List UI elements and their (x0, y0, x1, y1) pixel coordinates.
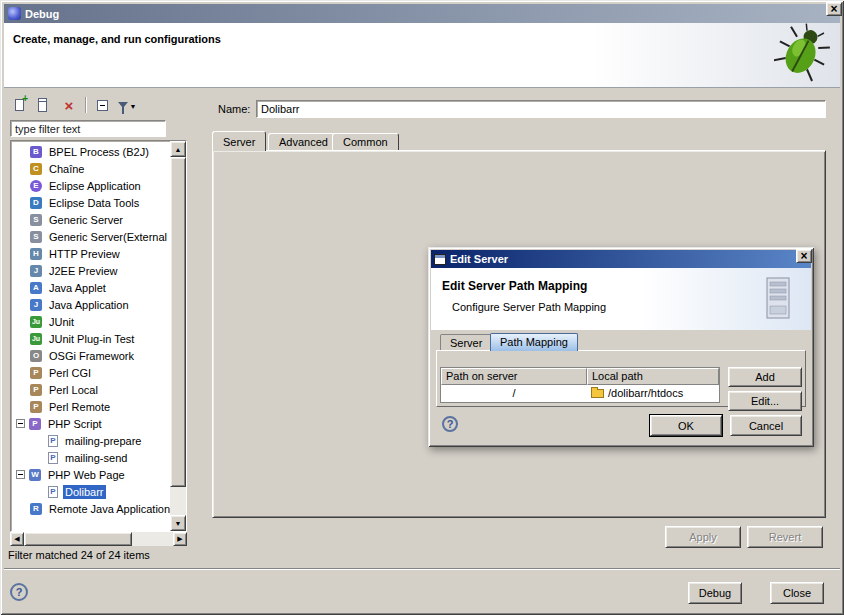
tree-item-label: BPEL Process (B2J) (47, 145, 151, 159)
tree-item-eclipse-application[interactable]: Eclipse Application (12, 177, 170, 194)
modal-close-icon[interactable] (796, 249, 812, 263)
tree-item-label: Chaîne (47, 162, 86, 176)
tree-item-cha-ne[interactable]: Chaîne (12, 160, 170, 177)
tree-item-perl-local[interactable]: Perl Local (12, 381, 170, 398)
new-configuration-icon[interactable] (10, 96, 28, 114)
generic-server-icon (30, 231, 42, 243)
tree-item-mailing-prepare[interactable]: mailing-prepare (12, 432, 170, 449)
tree-item-label: Perl Remote (47, 400, 112, 414)
tree-item-label: Remote Java Application (47, 502, 170, 516)
toolbar-separator (85, 97, 86, 113)
table-row[interactable]: //dolibarr/htdocs (441, 385, 719, 402)
tree-item-label: Java Application (47, 298, 131, 312)
tree-item-java-application[interactable]: Java Application (12, 296, 170, 313)
revert-button[interactable]: Revert (747, 526, 823, 548)
help-icon[interactable] (10, 583, 28, 601)
debug-button[interactable]: Debug (688, 582, 742, 604)
tab-server[interactable]: Server (212, 131, 266, 151)
tree-item-bpel-process-b2j[interactable]: BPEL Process (B2J) (12, 143, 170, 160)
scroll-up-icon[interactable] (170, 141, 186, 157)
eclipse-data-tools-icon (30, 197, 42, 209)
type-filter-input[interactable] (10, 120, 166, 137)
cancel-button[interactable]: Cancel (730, 415, 802, 436)
debug-app-icon (8, 7, 21, 20)
tree-item-label: Generic Server (47, 213, 125, 227)
tree-item-junit-plug-in-test[interactable]: JUnit Plug-in Test (12, 330, 170, 347)
delete-configuration-icon[interactable] (60, 96, 78, 114)
tree-item-mailing-send[interactable]: mailing-send (12, 449, 170, 466)
java-application-icon (30, 299, 42, 311)
tree-vertical-scrollbar[interactable] (170, 141, 186, 531)
tree-item-eclipse-data-tools[interactable]: Eclipse Data Tools (12, 194, 170, 211)
horizontal-scroll-thumb[interactable] (24, 532, 132, 546)
configuration-name-input[interactable] (256, 100, 826, 118)
launch-toolbar (10, 95, 136, 115)
local-path-text: /dolibarr/htdocs (608, 385, 683, 402)
tree-item-java-applet[interactable]: Java Applet (12, 279, 170, 296)
modal-tab-server[interactable]: Server (440, 334, 492, 351)
tree-item-label: Eclipse Data Tools (47, 196, 141, 210)
filter-menu-icon[interactable] (118, 96, 136, 114)
tree-item-http-preview[interactable]: HTTP Preview (12, 245, 170, 262)
tree-item-label: Java Applet (47, 281, 108, 295)
add-mapping-button[interactable]: Add (728, 367, 802, 387)
edit-server-dialog: Edit Server Edit Server Path Mapping Con… (428, 247, 814, 447)
j2ee-preview-icon (30, 265, 42, 277)
collapse-toggle-icon[interactable] (16, 470, 25, 479)
path-mapping-table: Path on server Local path //dolibarr/htd… (440, 367, 720, 403)
apply-button[interactable]: Apply (665, 526, 741, 548)
scroll-right-icon[interactable] (173, 532, 187, 546)
tab-advanced[interactable]: Advanced (268, 133, 339, 151)
modal-help-icon[interactable] (442, 416, 458, 432)
tree-item-label: PHP Script (46, 417, 104, 431)
configurations-tree: BPEL Process (B2J)ChaîneEclipse Applicat… (10, 140, 187, 532)
column-header-local-path[interactable]: Local path (587, 368, 719, 385)
tree-item-j2ee-preview[interactable]: J2EE Preview (12, 262, 170, 279)
php-file-icon (48, 452, 58, 464)
tree-item-perl-remote[interactable]: Perl Remote (12, 398, 170, 415)
collapse-all-icon[interactable] (93, 96, 111, 114)
config-tree-rows: BPEL Process (B2J)ChaîneEclipse Applicat… (12, 143, 170, 531)
window-title: Debug (25, 8, 59, 20)
tree-item-label: mailing-prepare (63, 434, 143, 448)
tree-item-label: Eclipse Application (47, 179, 143, 193)
php-script-icon (29, 418, 41, 430)
java-applet-icon (30, 282, 42, 294)
remote-java-icon (30, 503, 42, 515)
duplicate-configuration-icon[interactable] (35, 96, 53, 114)
tree-item-label: JUnit Plug-in Test (47, 332, 136, 346)
tab-common[interactable]: Common (332, 133, 399, 151)
modal-titlebar[interactable]: Edit Server (431, 250, 811, 268)
vertical-scroll-thumb[interactable] (170, 157, 186, 487)
tree-item-perl-cgi[interactable]: Perl CGI (12, 364, 170, 381)
edit-mapping-button[interactable]: Edit... (728, 391, 802, 411)
modal-tab-path-mapping[interactable]: Path Mapping (490, 333, 578, 351)
modal-subheading: Configure Server Path Mapping (452, 301, 606, 313)
collapse-toggle-icon[interactable] (16, 419, 25, 428)
modal-title: Edit Server (450, 253, 508, 265)
php-file-icon (48, 435, 58, 447)
close-button[interactable]: Close (770, 582, 824, 604)
debug-configurations-dialog: Debug Create, manage, and run configurat… (0, 0, 844, 615)
tree-item-osgi-framework[interactable]: OSGi Framework (12, 347, 170, 364)
tree-item-generic-server-external-la[interactable]: Generic Server(External La (12, 228, 170, 245)
tree-item-php-web-page[interactable]: PHP Web Page (12, 466, 170, 483)
tree-item-php-script[interactable]: PHP Script (12, 415, 170, 432)
tree-item-label: J2EE Preview (47, 264, 119, 278)
tree-item-label: mailing-send (63, 451, 129, 465)
tree-item-generic-server[interactable]: Generic Server (12, 211, 170, 228)
bpel-process-icon (30, 146, 42, 158)
tree-item-remote-java-application[interactable]: Remote Java Application (12, 500, 170, 517)
tree-horizontal-scrollbar[interactable] (10, 532, 187, 546)
column-header-path-on-server[interactable]: Path on server (441, 368, 587, 385)
folder-icon (591, 389, 604, 398)
server-icon (761, 276, 795, 324)
scroll-left-icon[interactable] (10, 532, 24, 546)
titlebar[interactable]: Debug (4, 4, 840, 23)
scroll-down-icon[interactable] (170, 515, 186, 531)
ok-button[interactable]: OK (650, 415, 722, 436)
chain-icon (30, 163, 42, 175)
tree-item-dolibarr[interactable]: Dolibarr (12, 483, 170, 500)
tree-item-junit[interactable]: JUnit (12, 313, 170, 330)
window-close-icon[interactable] (826, 2, 842, 16)
